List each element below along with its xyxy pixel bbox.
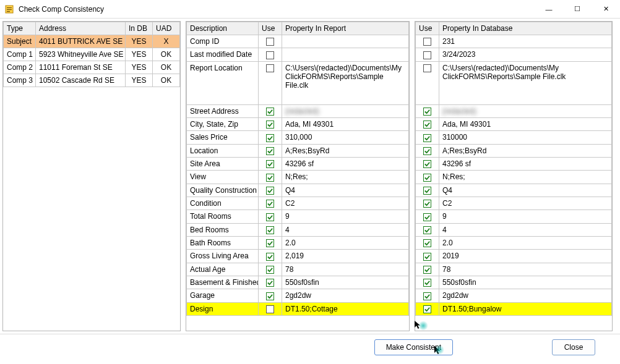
database-table: Use Property In Database 2313/24/2023C:\… bbox=[415, 22, 612, 316]
cell-value-db: 78 bbox=[439, 263, 612, 276]
col-description[interactable]: Description bbox=[187, 22, 259, 35]
table-row[interactable]: Subject4011 BUTTRICK AVE SEYESX bbox=[4, 35, 180, 48]
table-row: Actual Age78 bbox=[187, 263, 409, 276]
checkbox-checked-icon[interactable] bbox=[423, 160, 431, 168]
checkbox-unchecked-icon[interactable] bbox=[423, 51, 431, 59]
checkbox-checked-icon[interactable] bbox=[266, 239, 274, 247]
table-row: ConditionC2 bbox=[187, 197, 409, 210]
table-row[interactable]: Comp 211011 Foreman St SEYESOK bbox=[4, 61, 180, 74]
col-property-db[interactable]: Property In Database bbox=[439, 22, 612, 35]
cell-value-db: 2019 bbox=[439, 250, 612, 263]
checkbox-checked-icon[interactable] bbox=[266, 160, 274, 168]
cell-use bbox=[416, 302, 439, 315]
table-row: Garage2gd2dw bbox=[187, 289, 409, 302]
checkbox-checked-icon[interactable] bbox=[423, 253, 431, 261]
cell-uad: OK bbox=[153, 74, 180, 87]
cell-use bbox=[259, 171, 282, 184]
checkbox-checked-icon[interactable] bbox=[266, 174, 274, 182]
table-row: Quality ConstructionQ4 bbox=[187, 184, 409, 197]
checkbox-checked-icon[interactable] bbox=[266, 147, 274, 155]
checkbox-checked-icon[interactable] bbox=[423, 121, 431, 129]
cell-use bbox=[259, 236, 282, 249]
close-window-button[interactable]: ✕ bbox=[592, 0, 620, 19]
checkbox-checked-icon[interactable] bbox=[266, 226, 274, 234]
checkbox-checked-icon[interactable] bbox=[266, 187, 274, 195]
cell-use bbox=[416, 210, 439, 223]
checkbox-checked-icon[interactable] bbox=[423, 200, 431, 208]
cell-use bbox=[259, 35, 282, 48]
table-row: Last modified Date bbox=[187, 48, 409, 61]
table-row: 2.0 bbox=[416, 236, 612, 249]
col-address[interactable]: Address bbox=[36, 22, 126, 35]
checkbox-checked-icon[interactable] bbox=[423, 134, 431, 142]
cell-use bbox=[259, 144, 282, 157]
table-row: Comp ID bbox=[187, 35, 409, 48]
checkbox-checked-icon[interactable] bbox=[266, 213, 274, 221]
checkbox-checked-icon[interactable] bbox=[423, 292, 431, 300]
cell-address: 4011 BUTTRICK AVE SE bbox=[36, 35, 126, 48]
checkbox-checked-icon[interactable] bbox=[423, 279, 431, 287]
checkbox-unchecked-icon[interactable] bbox=[266, 51, 274, 59]
cell-indb: YES bbox=[126, 61, 153, 74]
cell-use bbox=[259, 61, 282, 104]
checkbox-unchecked-icon[interactable] bbox=[423, 38, 431, 46]
checkbox-checked-icon[interactable] bbox=[423, 226, 431, 234]
content: Type Address In DB UAD Subject4011 BUTTR… bbox=[0, 19, 620, 334]
cell-description: Site Area bbox=[187, 157, 259, 170]
cell-value-report: 2,019 bbox=[282, 250, 409, 263]
table-row[interactable]: Comp 15923 Whitneyville Ave SEYESOK bbox=[4, 48, 180, 61]
close-button[interactable]: Close bbox=[552, 339, 595, 355]
checkbox-checked-icon[interactable] bbox=[423, 266, 431, 274]
checkbox-checked-icon[interactable] bbox=[423, 147, 431, 155]
cell-use bbox=[259, 131, 282, 144]
checkbox-checked-icon[interactable] bbox=[266, 253, 274, 261]
table-row: Ada, MI 49301 bbox=[416, 117, 612, 130]
cell-description: Bath Rooms bbox=[187, 236, 259, 249]
cell-value-db: C:\Users\(redacted)\Documents\My ClickFO… bbox=[439, 61, 612, 104]
minimize-button[interactable]: — bbox=[535, 0, 563, 19]
checkbox-checked-icon[interactable] bbox=[423, 213, 431, 221]
checkbox-checked-icon[interactable] bbox=[266, 121, 274, 129]
checkbox-unchecked-icon[interactable] bbox=[423, 64, 431, 72]
checkbox-checked-icon[interactable] bbox=[266, 266, 274, 274]
cell-value-db: (redacted) bbox=[439, 104, 612, 117]
make-consistent-button[interactable]: Make Consistent bbox=[374, 339, 453, 355]
cell-value-report: Q4 bbox=[282, 184, 409, 197]
checkbox-checked-icon[interactable] bbox=[423, 305, 431, 313]
cell-use bbox=[259, 48, 282, 61]
col-use-report[interactable]: Use bbox=[259, 22, 282, 35]
checkbox-checked-icon[interactable] bbox=[266, 200, 274, 208]
checkbox-checked-icon[interactable] bbox=[266, 108, 274, 116]
cell-use bbox=[416, 61, 439, 104]
checkbox-unchecked-icon[interactable] bbox=[266, 305, 274, 313]
table-row[interactable]: Comp 310502 Cascade Rd SEYESOK bbox=[4, 74, 180, 87]
col-uad[interactable]: UAD bbox=[153, 22, 180, 35]
cell-description: Garage bbox=[187, 289, 259, 302]
checkbox-unchecked-icon[interactable] bbox=[266, 38, 274, 46]
cell-value-db: 3/24/2023 bbox=[439, 48, 612, 61]
checkbox-checked-icon[interactable] bbox=[423, 108, 431, 116]
cell-value-db: Ada, MI 49301 bbox=[439, 117, 612, 130]
checkbox-checked-icon[interactable] bbox=[423, 239, 431, 247]
cell-use bbox=[416, 171, 439, 184]
checkbox-unchecked-icon[interactable] bbox=[266, 64, 274, 72]
cell-value-report: 4 bbox=[282, 223, 409, 236]
cell-value-report: DT1.50;Cottage bbox=[282, 302, 409, 315]
col-use-db[interactable]: Use bbox=[416, 22, 439, 35]
checkbox-checked-icon[interactable] bbox=[266, 292, 274, 300]
cell-value-report: (redacted) bbox=[282, 104, 409, 117]
window-title: Check Comp Consistency bbox=[19, 5, 535, 14]
cell-use bbox=[416, 35, 439, 48]
table-row: 78 bbox=[416, 263, 612, 276]
checkbox-checked-icon[interactable] bbox=[423, 187, 431, 195]
cell-use bbox=[416, 250, 439, 263]
table-row: Sales Price310,000 bbox=[187, 131, 409, 144]
col-property-report[interactable]: Property In Report bbox=[282, 22, 409, 35]
col-type[interactable]: Type bbox=[4, 22, 36, 35]
checkbox-checked-icon[interactable] bbox=[266, 279, 274, 287]
checkbox-checked-icon[interactable] bbox=[266, 134, 274, 142]
checkbox-checked-icon[interactable] bbox=[423, 174, 431, 182]
maximize-button[interactable]: ☐ bbox=[563, 0, 592, 19]
table-row: DesignDT1.50;Cottage bbox=[187, 302, 409, 315]
col-indb[interactable]: In DB bbox=[126, 22, 153, 35]
